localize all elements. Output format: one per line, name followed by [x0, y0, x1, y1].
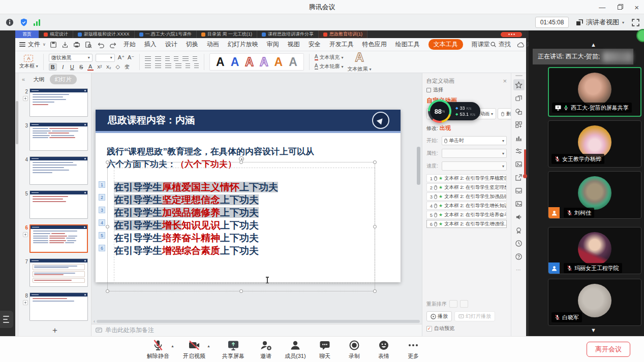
participant-tile[interactable]: 刘柯佳: [548, 171, 641, 219]
meeting-info-icon[interactable]: [5, 18, 14, 27]
help-pane-icon[interactable]: [513, 251, 525, 262]
resize-handle[interactable]: [373, 289, 377, 293]
tab-outline[interactable]: 大纲: [34, 76, 45, 83]
line-spacing-icon[interactable]: [182, 56, 189, 61]
text-fill-button[interactable]: A文本填充▾: [315, 54, 344, 61]
animation-item[interactable]: 3★文本框 2: 在引导学生加强品德...: [426, 192, 507, 201]
align-left-icon[interactable]: [145, 63, 151, 68]
preset-style-red-outline[interactable]: A: [245, 56, 254, 68]
align-center-icon[interactable]: [155, 63, 161, 68]
unmute-button[interactable]: 解除静音: [143, 339, 173, 360]
scroll-position-marker[interactable]: [524, 149, 526, 175]
strikethrough-button[interactable]: S: [78, 64, 84, 70]
preset-style-purple-outline[interactable]: A: [260, 56, 268, 68]
decrease-font-button[interactable]: A⁻: [128, 54, 134, 61]
align-right-icon[interactable]: [165, 63, 171, 68]
slide-editor[interactable]: 思政课程内容：内涵 践行“课程思政”教育理念，在具体的内容设计上可以从 六个方面…: [96, 110, 401, 282]
start-video-button[interactable]: 开启视频: [179, 339, 209, 360]
minimize-button[interactable]: —: [599, 4, 605, 11]
start-select[interactable]: 单击时▾: [442, 136, 507, 145]
scroll-left-icon[interactable]: ‹: [94, 319, 95, 324]
play-button[interactable]: 播放: [426, 311, 452, 321]
resize-handle[interactable]: [373, 160, 377, 164]
layout-pane-icon[interactable]: [513, 119, 525, 130]
doc-tab[interactable]: 稿定设计: [39, 30, 73, 38]
file-menu[interactable]: 文件 ∨: [19, 40, 46, 49]
property-select[interactable]: ▾: [442, 149, 507, 158]
participant-tile[interactable]: 玛丽女王工程学院: [548, 227, 641, 274]
slide-thumbnail-row[interactable]: 4: [21, 156, 88, 185]
animation-item-selected[interactable]: 6★文本框 2: 在引导学生增强综...▾: [426, 220, 507, 228]
shape-pane-icon[interactable]: [513, 106, 525, 117]
resize-handle[interactable]: [106, 225, 109, 228]
redo-icon[interactable]: [109, 41, 117, 48]
ribbon-tab-texttools[interactable]: 文本工具: [428, 39, 463, 50]
fullscreen-icon[interactable]: [631, 18, 640, 27]
slide-thumbnail-row[interactable]: 2: [21, 88, 88, 117]
indent-decrease-icon[interactable]: [165, 56, 170, 61]
slide-thumbnail-row[interactable]: 7: [21, 258, 88, 287]
doc-tab-home[interactable]: 首页: [15, 30, 39, 38]
resize-handle[interactable]: [106, 160, 109, 164]
slide-thumbnail-row[interactable]: 3: [21, 122, 88, 151]
leave-meeting-button[interactable]: 离开会议: [587, 342, 630, 357]
audio-pane-icon[interactable]: [513, 211, 525, 222]
auto-preview-checkbox[interactable]: ✓ 自动预览: [426, 325, 507, 332]
italic-button[interactable]: I: [60, 64, 66, 70]
object-pane-icon[interactable]: [513, 92, 525, 104]
increase-font-button[interactable]: A⁺: [118, 54, 125, 61]
doc-tab[interactable]: 目录第 周 一元工统(1): [197, 30, 257, 38]
slideshow-play-button[interactable]: 幻灯片播放: [454, 311, 495, 321]
add-slide-button[interactable]: +: [52, 325, 57, 336]
save-icon[interactable]: [50, 41, 57, 48]
animation-item[interactable]: 1★文本框 2: 在引导学生厚植爱国...: [426, 174, 507, 182]
ribbon-tab-slideshow[interactable]: 幻灯片放映: [228, 40, 258, 49]
animation-pane-icon[interactable]: [513, 79, 525, 90]
emoji-button[interactable]: 表情: [369, 339, 398, 360]
text-outline-button[interactable]: A文本轮廓▾: [315, 63, 344, 70]
video-options-icon[interactable]: ▲: [207, 344, 210, 348]
numbered-list-icon[interactable]: [155, 56, 161, 61]
resize-handle[interactable]: [239, 160, 243, 164]
animation-item[interactable]: 4★文本框 2: 在引导学生增长知识...: [426, 202, 507, 210]
more-panes-icon[interactable]: ⋯: [516, 267, 522, 273]
doc-tab[interactable]: 新版模板和设计.XXXX: [73, 30, 135, 38]
font-size-select[interactable]: ▾: [96, 54, 115, 62]
symbol-button[interactable]: ◇: [115, 63, 121, 70]
superscript-button[interactable]: X²: [97, 64, 103, 70]
settings-pane-icon[interactable]: [513, 145, 525, 156]
ribbon-tab-devtools[interactable]: 开发工具: [329, 40, 354, 49]
indent-increase-icon[interactable]: [174, 56, 178, 61]
selection-pane-button[interactable]: 选择: [426, 85, 507, 94]
slide-thumbnail-row[interactable]: 5: [21, 190, 88, 219]
preset-style-black[interactable]: A: [216, 56, 225, 68]
bullet-list-icon[interactable]: [145, 56, 151, 61]
subscript-button[interactable]: X₂: [106, 64, 112, 70]
stamp-pane-icon[interactable]: [513, 224, 525, 236]
tab-slides[interactable]: 幻灯片: [50, 75, 77, 84]
font-name-select[interactable]: 微软雅黑▾: [49, 54, 93, 62]
doc-tab[interactable]: 课程思政培训课件分享: [257, 30, 319, 38]
close-button[interactable]: ×: [634, 3, 639, 12]
ribbon-tab-animation[interactable]: 动画: [207, 40, 219, 49]
maximize-button[interactable]: [618, 5, 622, 10]
collapse-panel-icon[interactable]: «: [22, 76, 25, 82]
share-screen-button[interactable]: 共享屏幕: [216, 339, 251, 360]
slide-thumbnail-row[interactable]: 8: [21, 292, 88, 321]
ribbon-tab-transition[interactable]: 切换: [186, 40, 198, 49]
chat-button[interactable]: 聊天: [310, 339, 340, 360]
record-button[interactable]: 录制: [340, 339, 369, 360]
ribbon-tab-view[interactable]: 视图: [288, 40, 300, 49]
textbox-button[interactable]: A 文本框 ▾: [19, 55, 38, 70]
network-signal-icon[interactable]: [34, 19, 40, 26]
scroll-down-icon[interactable]: ▼: [591, 327, 596, 333]
view-mode-button[interactable]: 演讲者视图 ▾: [576, 18, 624, 27]
move-up-button[interactable]: [449, 300, 457, 308]
thumbnail-scrollbar[interactable]: [15, 73, 19, 336]
resize-handle[interactable]: [106, 289, 109, 293]
textbox-selection[interactable]: [107, 162, 375, 291]
distribute-icon[interactable]: [186, 63, 190, 68]
picture-pane-icon[interactable]: [513, 198, 525, 209]
image-replace-pane-icon[interactable]: [513, 158, 525, 170]
security-shield-icon[interactable]: [19, 18, 28, 27]
